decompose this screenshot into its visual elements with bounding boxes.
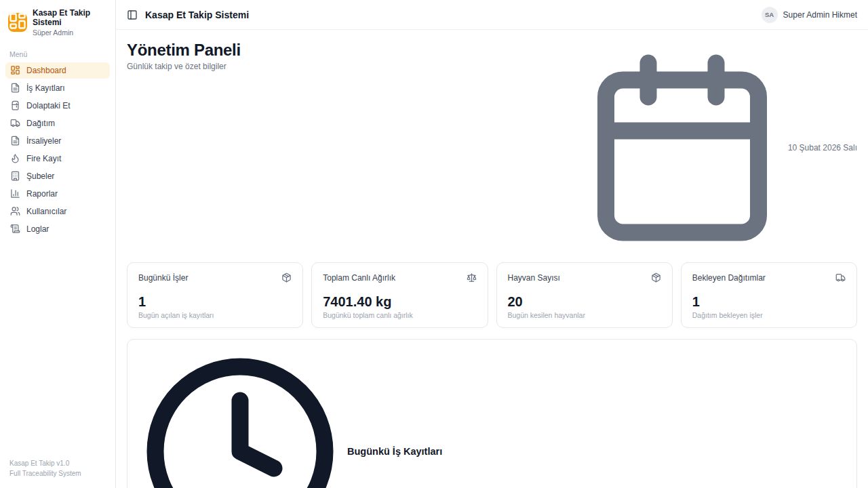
stat-description: Bugün açılan iş kayıtları <box>138 311 292 319</box>
logs-icon <box>10 224 20 234</box>
sidebar-item-label: İş Kayıtları <box>26 83 65 93</box>
sidebar-item-i-kay-tlar[interactable]: İş Kayıtları <box>5 80 110 96</box>
sidebar-item-label: Dağıtım <box>26 119 55 128</box>
fridge-icon <box>10 100 20 110</box>
sidebar-item-label: Raporlar <box>26 189 58 199</box>
sidebar-item-dolaptaki-et[interactable]: Dolaptaki Et <box>5 98 110 114</box>
stat-label: Bugünkü İşler <box>138 273 188 283</box>
stat-label: Hayvan Sayısı <box>508 273 560 283</box>
sidebar-item-label: Dashboard <box>26 66 66 75</box>
stat-value: 7401.40 kg <box>323 294 476 310</box>
sidebar-item-label: Şubeler <box>26 171 54 181</box>
sidebar-item-label: İrsaliyeler <box>26 136 61 146</box>
package-icon <box>281 272 292 283</box>
topbar: Kasap Et Takip Sistemi SA Super Admin Hi… <box>116 0 868 30</box>
main-area: Kasap Et Takip Sistemi SA Super Admin Hi… <box>116 0 868 488</box>
current-date: 10 Şubat 2026 Salı <box>580 46 857 249</box>
app-logo <box>8 13 27 32</box>
app-brand: Kasap Et Takip Sistemi Süper Admin <box>5 8 110 37</box>
topbar-title: Kasap Et Takip Sistemi <box>145 9 249 20</box>
dashboard-content: Yönetim Paneli Günlük takip ve özet bilg… <box>116 30 868 488</box>
sidebar: Kasap Et Takip Sistemi Süper Admin Menü … <box>0 0 116 488</box>
stat-card-hayvan-say-s: Hayvan Sayısı 20 Bugün kesilen hayvanlar <box>496 262 673 328</box>
bar-chart-icon <box>10 188 20 199</box>
app-tagline: Full Traceability System <box>9 468 106 479</box>
sidebar-item-label: Loglar <box>26 224 49 234</box>
sidebar-item-ubeler[interactable]: Şubeler <box>5 168 110 184</box>
stat-card-bug-nk-i-ler: Bugünkü İşler 1 Bugün açılan iş kayıtlar… <box>127 262 303 328</box>
clock-icon <box>138 350 342 488</box>
sidebar-item-loglar[interactable]: Loglar <box>5 221 110 237</box>
sidebar-toggle-icon[interactable] <box>127 9 138 20</box>
page-header: Yönetim Paneli Günlük takip ve özet bilg… <box>127 41 857 249</box>
building-icon <box>10 171 20 181</box>
truck-icon <box>835 272 846 283</box>
stat-description: Bugün kesilen hayvanlar <box>508 311 661 319</box>
stat-card-bekleyen-da-t-mlar: Bekleyen Dağıtımlar 1 Dağıtım bekleyen i… <box>681 262 857 328</box>
dashboard-icon <box>10 65 20 75</box>
file-text-icon <box>10 83 20 93</box>
page-title: Yönetim Paneli <box>127 41 241 60</box>
jobs-section-title: Bugünkü İş Kayıtları <box>347 446 442 457</box>
scale-icon <box>467 272 477 283</box>
stat-description: Dağıtım bekleyen işler <box>692 311 846 319</box>
user-name: Super Admin Hikmet <box>783 10 857 20</box>
user-menu[interactable]: SA Super Admin Hikmet <box>762 7 857 23</box>
stat-label: Bekleyen Dağıtımlar <box>692 273 766 283</box>
stat-value: 1 <box>138 294 292 310</box>
date-text: 10 Şubat 2026 Salı <box>788 143 857 152</box>
flame-icon <box>10 153 20 163</box>
sidebar-footer: Kasap Et Takip v1.0 Full Traceability Sy… <box>5 458 110 479</box>
package-icon <box>651 272 661 283</box>
avatar[interactable]: SA <box>762 7 778 23</box>
stat-label: Toplam Canlı Ağırlık <box>323 273 395 283</box>
stat-value: 1 <box>692 294 846 310</box>
sidebar-item-raporlar[interactable]: Raporlar <box>5 186 110 202</box>
sidebar-item-label: Fire Kayıt <box>26 154 61 163</box>
app-role: Süper Admin <box>33 28 107 37</box>
truck-icon <box>10 118 20 128</box>
sidebar-item-dashboard[interactable]: Dashboard <box>5 62 110 79</box>
sidebar-item-i-rsaliyeler[interactable]: İrsaliyeler <box>5 133 110 149</box>
app-title: Kasap Et Takip Sistemi <box>33 8 107 28</box>
sidebar-item-kullan-c-lar[interactable]: Kullanıcılar <box>5 203 110 220</box>
stat-cards: Bugünkü İşler 1 Bugün açılan iş kayıtlar… <box>127 262 857 328</box>
stat-description: Bugünkü toplam canlı ağırlık <box>323 311 476 319</box>
sidebar-item-fire-kay-t[interactable]: Fire Kayıt <box>5 150 110 167</box>
app-version: Kasap Et Takip v1.0 <box>9 458 106 468</box>
file-text-icon <box>10 136 20 146</box>
stat-card-toplam-canl-a-rl-k: Toplam Canlı Ağırlık 7401.40 kg Bugünkü … <box>311 262 488 328</box>
sidebar-nav: Dashboard İş Kayıtları Dolaptaki Et Dağı… <box>5 62 110 237</box>
sidebar-item-label: Kullanıcılar <box>26 207 66 216</box>
sidebar-item-label: Dolaptaki Et <box>26 101 71 110</box>
page-subtitle: Günlük takip ve özet bilgiler <box>127 62 241 71</box>
todays-jobs-card: Bugünkü İş Kayıtları Bugün açılan tüm iş… <box>127 339 857 488</box>
menu-section-label: Menü <box>9 50 110 58</box>
users-icon <box>10 206 20 216</box>
stat-value: 20 <box>508 294 661 310</box>
sidebar-item-da-t-m[interactable]: Dağıtım <box>5 115 110 131</box>
calendar-icon <box>580 46 784 249</box>
dashboard-icon <box>8 12 27 33</box>
